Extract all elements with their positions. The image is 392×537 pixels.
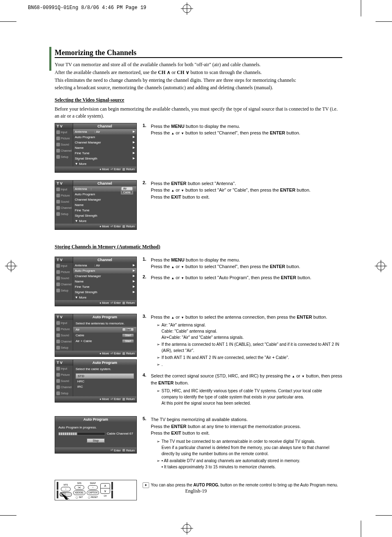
tv-screenshot-6: Auto Program Auto Program in progress. C… [55, 416, 137, 454]
print-header: BN68-00991Q-01Eng 8/8/06 4:46 PM Page 19 [28, 5, 146, 11]
step-body: Press the ENTER button select "Antenna".… [151, 180, 342, 201]
step-body: The TV begins memorizing all available s… [151, 416, 342, 471]
trim-mark [0, 515, 16, 516]
tv-screenshot-1: T VChannel Input Picture Sound Channel S… [55, 123, 137, 173]
crop-mark-left [5, 260, 17, 272]
step-number: 2. [143, 180, 151, 201]
trim-mark [376, 21, 392, 22]
step-number: 1. [143, 123, 151, 137]
section1-intro: Before your television can begin memoriz… [55, 106, 342, 120]
page-footer: English-19 [0, 488, 392, 494]
tv-screenshot-2: T VChannel Input Picture Sound Channel S… [55, 180, 137, 230]
section2-title: Storing Channels in Memory (Automatic Me… [55, 244, 342, 250]
crop-mark-right [375, 260, 387, 272]
remote-tip: ✦ You can also press the AUTO PROG. butt… [143, 482, 342, 488]
crop-mark-top [181, 2, 193, 15]
step-number: 3. [143, 314, 151, 369]
step-body: Press the MENU button to display the men… [151, 257, 342, 270]
tv-screenshot-4: T VAuto Program Input Picture Sound Chan… [55, 314, 137, 357]
step-number: 2. [143, 274, 151, 281]
tv-screenshot-5: T VAuto Program Input Picture Sound Chan… [55, 359, 137, 403]
trim-mark [0, 21, 16, 22]
step-body: Press the or button to select "Auto Prog… [151, 274, 342, 281]
title-rule [55, 57, 342, 58]
trim-mark [361, 0, 361, 16]
tv-screenshot-3: T VChannel Input Picture Sound Channel S… [55, 257, 137, 306]
step-number: 5. [143, 416, 151, 471]
intro-text: Your TV can memorize and store all of th… [55, 61, 342, 91]
step-body: Select the correct signal source (STD, H… [151, 373, 342, 407]
step-body: Press the MENU button to display the men… [151, 123, 342, 137]
remote-tip-icon: ✦ [143, 482, 149, 488]
page-title: Memorizing the Channels [55, 49, 342, 57]
step-body: Press the or button to select the antenn… [151, 314, 342, 369]
crop-mark-bottom [181, 522, 193, 535]
trim-mark [361, 521, 361, 537]
step-number: 4. [143, 373, 151, 407]
trim-mark [376, 515, 392, 516]
title-accent-bar [49, 47, 51, 71]
step-number: 1. [143, 257, 151, 270]
section1-title: Selecting the Video Signal-source [55, 97, 342, 103]
